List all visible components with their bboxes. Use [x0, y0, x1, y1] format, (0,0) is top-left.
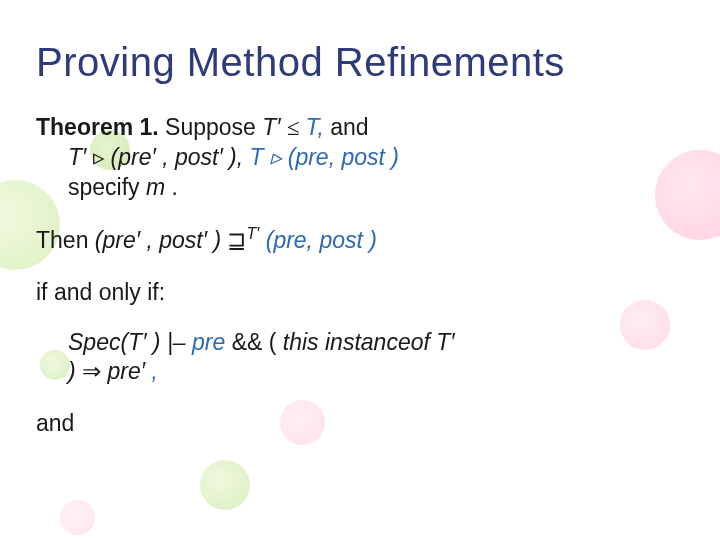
- and-text: and: [330, 114, 368, 140]
- pre-post-2: (pre, post ): [266, 227, 377, 253]
- spec-turnstile: ) |–: [153, 329, 192, 355]
- then-clause: Then (pre′ , post′ ) ⊒T′ (pre, post ): [36, 223, 684, 255]
- post-prime: , post′: [162, 144, 223, 170]
- specify-text: specify: [68, 174, 146, 200]
- triangleright-2: ▹: [270, 145, 288, 170]
- trailing-comma: ,: [151, 358, 157, 384]
- post-prime-2: , post′: [146, 227, 207, 253]
- theorem-statement: Theorem 1. Suppose T′ ≤ T, and T′ ▹ (pre…: [36, 113, 684, 201]
- theorem-line3: specify m .: [36, 174, 178, 200]
- pre-prime: (pre′: [111, 144, 156, 170]
- pre-prime-3: pre′: [107, 358, 145, 384]
- implies-symbol: ⇒: [82, 359, 101, 384]
- refine-symbol: ⊒: [227, 228, 246, 253]
- slide-body: Theorem 1. Suppose T′ ≤ T, and T′ ▹ (pre…: [36, 113, 684, 438]
- spec-clause: Spec(T′ ) |– pre && ( this instanceof T′…: [36, 328, 684, 387]
- spec-pre: pre: [192, 329, 225, 355]
- theorem-line2: T′ ▹ (pre′ , post′ ), T ▹ (pre, post ): [36, 144, 399, 170]
- suppose-text: Suppose: [165, 114, 262, 140]
- then-text: Then: [36, 227, 95, 253]
- pre-prime-2: (pre′: [95, 227, 140, 253]
- iff-text: if and only if:: [36, 278, 684, 307]
- triangleright-1: ▹: [93, 145, 111, 170]
- t-symbol: T,: [305, 114, 323, 140]
- t-prime-2: T′: [68, 144, 86, 170]
- slide-content: Proving Method Refinements Theorem 1. Su…: [0, 0, 720, 438]
- and-final: and: [36, 409, 684, 438]
- pre-post: (pre, post ): [288, 144, 399, 170]
- theorem-label: Theorem 1.: [36, 114, 159, 140]
- t-prime: T′: [262, 114, 280, 140]
- spec-and: && (: [232, 329, 277, 355]
- slide-title: Proving Method Refinements: [36, 40, 684, 85]
- this-instanceof: this instanceof: [283, 329, 436, 355]
- leq-symbol: ≤: [287, 115, 305, 140]
- close-2: ): [213, 227, 227, 253]
- period: .: [172, 174, 178, 200]
- m-symbol: m: [146, 174, 165, 200]
- t-2: T: [250, 144, 264, 170]
- spec-open: Spec(T′: [68, 329, 146, 355]
- refine-sup: T′: [246, 224, 259, 242]
- close-paren-comma: ),: [229, 144, 249, 170]
- close-paren: ): [68, 358, 82, 384]
- t-prime-3: T′: [436, 329, 454, 355]
